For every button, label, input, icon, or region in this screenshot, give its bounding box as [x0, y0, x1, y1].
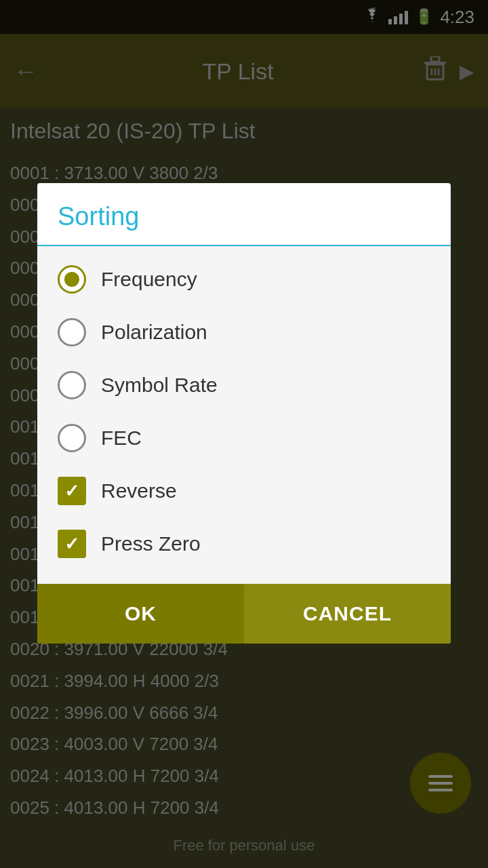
checkbox-press-zero-indicator [58, 530, 86, 558]
radio-fec-indicator [58, 424, 86, 452]
radio-polarization-label: Polarization [101, 321, 207, 344]
checkbox-press-zero[interactable]: Press Zero [58, 517, 430, 570]
radio-symbol-rate-indicator [58, 371, 86, 399]
dialog-body: Frequency Polarization Symbol Rate FEC R… [37, 246, 451, 584]
checkbox-reverse-indicator [58, 477, 86, 505]
radio-polarization[interactable]: Polarization [58, 306, 430, 359]
checkbox-reverse[interactable]: Reverse [58, 465, 430, 517]
cancel-button[interactable]: CANCEL [244, 584, 451, 644]
dialog-buttons: OK CANCEL [37, 584, 451, 644]
radio-fec-label: FEC [101, 427, 142, 450]
checkbox-press-zero-label: Press Zero [101, 532, 201, 555]
radio-frequency[interactable]: Frequency [58, 253, 430, 306]
radio-polarization-indicator [58, 318, 86, 347]
radio-fec[interactable]: FEC [58, 412, 430, 465]
checkbox-reverse-label: Reverse [101, 479, 177, 502]
radio-frequency-indicator [58, 265, 86, 294]
dialog-title: Sorting [37, 183, 451, 246]
radio-symbol-rate-label: Symbol Rate [101, 374, 218, 397]
radio-frequency-label: Frequency [101, 268, 197, 291]
sorting-dialog: Sorting Frequency Polarization Symbol Ra… [37, 183, 451, 644]
ok-button[interactable]: OK [37, 584, 244, 644]
radio-symbol-rate[interactable]: Symbol Rate [58, 359, 430, 412]
